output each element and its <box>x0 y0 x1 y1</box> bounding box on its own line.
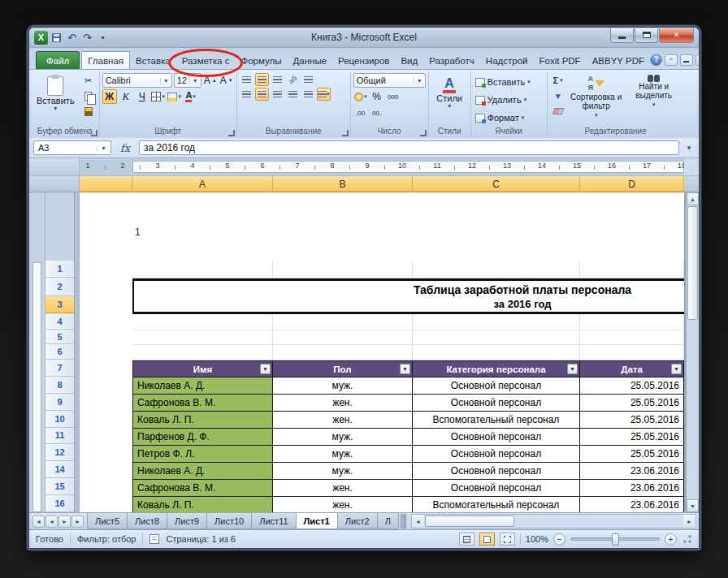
sheet-tab-Лист8[interactable]: Лист8 <box>127 513 167 529</box>
tab-10[interactable]: ABBYY PDF <box>587 52 650 69</box>
vertical-scrollbar[interactable]: ▲ ▼ <box>686 192 699 512</box>
empty-cell[interactable] <box>132 314 273 330</box>
empty-cell[interactable] <box>580 345 684 360</box>
empty-cell[interactable] <box>580 314 684 330</box>
align-middle-button[interactable] <box>255 73 269 86</box>
filter-button[interactable]: ▼ <box>400 364 410 374</box>
cell-category[interactable]: Основной персонал <box>413 480 580 497</box>
cell-date[interactable]: 25.05.2016 <box>580 395 684 412</box>
cell-gender[interactable]: муж. <box>273 429 413 446</box>
cell-name[interactable]: Петров Ф. Л. <box>132 446 273 463</box>
zoom-in-button[interactable]: + <box>665 533 677 546</box>
cell-name[interactable]: Коваль Л. П. <box>132 412 273 429</box>
vertical-scrollbar-track[interactable] <box>687 321 699 499</box>
row-header-2[interactable]: 2 <box>46 278 74 296</box>
orientation-button[interactable]: аб <box>286 73 300 86</box>
align-top-button[interactable] <box>240 73 254 86</box>
tab-0[interactable]: Главная <box>81 51 130 69</box>
tab-5[interactable]: Рецензиров <box>332 52 395 69</box>
fill-button[interactable]: ▼ <box>550 88 566 103</box>
maximize-button[interactable] <box>635 28 658 43</box>
expand-formula-bar-icon[interactable]: ▼ <box>683 144 695 152</box>
scroll-up-icon[interactable]: ▲ <box>687 192 699 205</box>
paste-dropdown-icon[interactable]: ▼ <box>53 106 58 111</box>
cell-category[interactable]: Основной персонал <box>413 446 580 463</box>
cell-name[interactable]: Николаев А. Д. <box>132 463 273 480</box>
cell-gender[interactable]: муж. <box>273 377 413 395</box>
shrink-font-button[interactable]: А <box>219 73 234 88</box>
formula-input[interactable]: за 2016 год <box>139 140 679 155</box>
cell-gender[interactable]: муж. <box>273 446 413 463</box>
zoom-slider-knob[interactable] <box>612 533 619 546</box>
row-header-9[interactable]: 9 <box>46 394 74 411</box>
tab-6[interactable]: Вид <box>395 52 423 69</box>
align-center-button[interactable] <box>255 88 269 101</box>
column-header-A[interactable]: A <box>132 176 273 192</box>
align-right-button[interactable] <box>271 88 284 101</box>
row-header-11[interactable]: 11 <box>46 428 74 445</box>
increase-indent-button[interactable] <box>301 88 315 101</box>
borders-button[interactable]: ▾ <box>151 89 166 104</box>
italic-button[interactable]: К <box>119 89 133 104</box>
empty-cell[interactable] <box>273 330 413 345</box>
tab-3[interactable]: Формулы <box>235 52 287 69</box>
copy-button[interactable] <box>80 88 97 103</box>
last-sheet-button[interactable]: ► <box>72 515 84 528</box>
tab-split-handle[interactable] <box>401 514 406 528</box>
scroll-left-icon[interactable]: ◄ <box>412 515 424 528</box>
scroll-down-icon[interactable]: ▼ <box>687 499 699 512</box>
cell-date[interactable]: 23.06.2016 <box>580 480 684 497</box>
row-header-8[interactable]: 8 <box>46 377 74 394</box>
empty-cell[interactable] <box>413 261 580 278</box>
styles-button[interactable]: А Стили ▼ <box>433 73 466 127</box>
sheet-tab-Лист10[interactable]: Лист10 <box>206 513 252 529</box>
view-normal-button[interactable] <box>459 533 474 546</box>
column-header-B[interactable]: B <box>273 176 413 192</box>
autosum-button[interactable]: Σ▾ <box>550 73 566 88</box>
sheet-tab-Лист11[interactable]: Лист11 <box>251 513 296 529</box>
column-header-D[interactable]: D <box>580 176 684 192</box>
zoom-out-button[interactable]: − <box>553 533 566 546</box>
cut-button[interactable]: ✂ <box>80 73 97 88</box>
insert-function-button[interactable]: fx <box>115 140 135 155</box>
format-cells-button[interactable]: Формат ▾ <box>474 110 544 126</box>
workbook-restore-button[interactable] <box>696 54 700 66</box>
cell-name[interactable]: Коваль Л. П. <box>132 497 273 512</box>
close-button[interactable]: × <box>659 28 694 43</box>
empty-cell[interactable] <box>413 345 580 360</box>
cell-name[interactable]: Сафронова В. М. <box>132 480 273 497</box>
cell-gender[interactable]: жен. <box>273 395 413 412</box>
cell-gender[interactable]: жен. <box>273 412 413 429</box>
font-color-button[interactable]: А▾ <box>184 89 198 104</box>
cell-category[interactable]: Основной персонал <box>413 463 580 480</box>
redo-button[interactable]: ↷ <box>80 31 94 45</box>
tab-file[interactable]: Файл <box>36 51 80 69</box>
first-sheet-button[interactable]: ◄ <box>32 515 45 528</box>
insert-cells-button[interactable]: Вставить ▾ <box>474 75 544 90</box>
row-header-4[interactable]: 4 <box>46 313 74 330</box>
save-button[interactable] <box>50 31 63 45</box>
cell-name[interactable]: Парфенов Д. Ф. <box>132 429 273 446</box>
bold-button[interactable]: Ж <box>102 89 117 104</box>
row-header-6[interactable]: 6 <box>46 344 74 360</box>
row-header-16[interactable]: 16 <box>46 495 74 512</box>
prev-sheet-button[interactable]: ◄ <box>46 515 58 528</box>
increase-decimal-button[interactable]: ,00 <box>353 106 368 120</box>
cell-name[interactable]: Николаев А. Д. <box>132 377 273 395</box>
vertical-scrollbar-thumb[interactable] <box>687 206 698 320</box>
font-size-select[interactable]: 12 ▼ <box>174 73 202 88</box>
scroll-right-icon[interactable]: ► <box>683 515 696 528</box>
qat-customize-button[interactable]: ▾ <box>96 31 110 45</box>
cell-gender[interactable]: муж. <box>273 463 413 480</box>
row-header-3[interactable]: 3 <box>46 296 74 313</box>
tab-2[interactable]: Разметка с <box>176 52 236 69</box>
comma-format-button[interactable]: 000 <box>386 89 401 104</box>
cell-date[interactable]: 25.05.2016 <box>580 412 684 429</box>
font-family-select[interactable]: Calibri ▼ <box>102 73 172 88</box>
sort-filter-button[interactable]: АЯ Сортировка и фильтр ▾ <box>569 73 624 127</box>
cell-date[interactable]: 25.05.2016 <box>580 377 684 395</box>
cell-gender[interactable]: жен. <box>273 497 413 512</box>
align-bottom-button[interactable] <box>271 73 284 86</box>
sheet-tab-Лист2[interactable]: Лист2 <box>337 513 378 529</box>
cell-category[interactable]: Основной персонал <box>413 395 580 412</box>
